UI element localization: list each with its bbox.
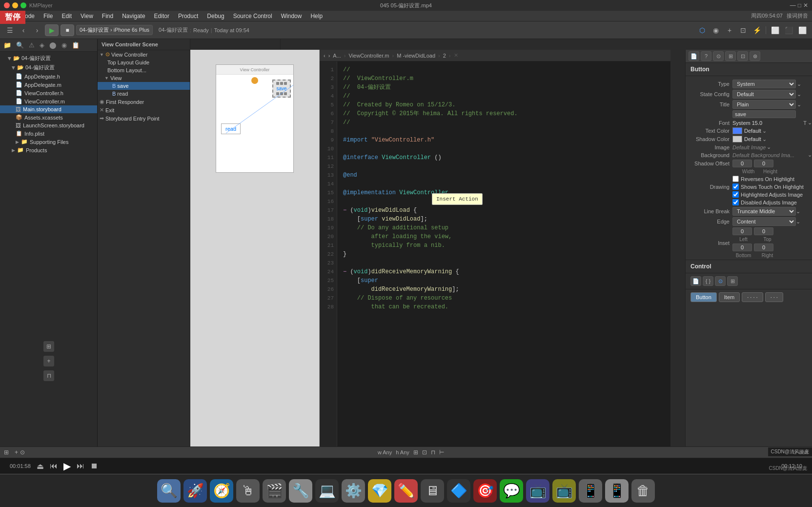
nav-search-icon[interactable]: 🔍: [14, 41, 26, 50]
edge-chevron[interactable]: ⌄: [796, 219, 800, 225]
inspector-file-tab[interactable]: 📄: [689, 51, 699, 61]
bc-fwd-icon[interactable]: ›: [328, 53, 330, 59]
menu-window[interactable]: Window: [277, 12, 306, 20]
dock-xcode[interactable]: 🖥: [421, 479, 444, 503]
library-icon[interactable]: ⊡: [737, 24, 749, 36]
item-btn[interactable]: Item: [719, 292, 740, 302]
nav-main-storyboard[interactable]: 🖼 Main.storyboard: [0, 105, 97, 113]
linebreak-chevron[interactable]: ⌄: [796, 208, 800, 215]
activity-icon[interactable]: ◉: [710, 24, 722, 36]
nav-viewcontroller-m[interactable]: 📄 ViewController.m: [0, 97, 97, 105]
scene-read-btn[interactable]: B read: [98, 90, 190, 98]
reverses-checkbox[interactable]: [732, 176, 739, 182]
dock-app8[interactable]: 📱: [605, 479, 629, 503]
scene-first-responder[interactable]: ◉ First Responder: [98, 98, 190, 106]
bc-project[interactable]: 04-偏好设置: [159, 26, 188, 34]
bottom-add-icon[interactable]: +: [15, 449, 18, 456]
menu-edit[interactable]: Edit: [58, 12, 76, 20]
inset-right-input[interactable]: [754, 243, 773, 251]
menu-help[interactable]: Help: [306, 12, 326, 20]
panel-bottom-icon[interactable]: ⬛: [783, 24, 794, 36]
menu-navigate[interactable]: Navigate: [118, 12, 149, 20]
dashed-btn-1[interactable]: · · · ·: [742, 292, 763, 302]
state-chevron[interactable]: ⌄: [797, 91, 801, 98]
next-btn[interactable]: ⏭: [77, 462, 84, 470]
panel-left-icon[interactable]: ⬜: [769, 24, 781, 36]
run-button[interactable]: ▶: [45, 24, 59, 36]
ib-save-button[interactable]: save: [272, 80, 291, 98]
ib-read-button[interactable]: read: [221, 123, 241, 134]
scene-viewcontroller[interactable]: ▼ ⊙ View Controller: [98, 50, 190, 59]
maximize-button[interactable]: [20, 2, 26, 8]
ctrl-icon-4[interactable]: ⊞: [727, 276, 738, 286]
close-icon[interactable]: ✕: [803, 2, 808, 9]
nav-launch-storyboard[interactable]: 🖼 LaunchScreen.storyboard: [0, 122, 97, 129]
add-file-icon[interactable]: +: [43, 356, 54, 366]
nav-appdelegate-h[interactable]: 📄 AppDelegate.h: [0, 72, 97, 81]
nav-report-icon[interactable]: 📋: [70, 41, 81, 50]
highlighted-checkbox[interactable]: [732, 191, 739, 198]
nav-root[interactable]: ▶ 📂 04-偏好设置: [0, 54, 97, 63]
shows-checkbox[interactable]: [732, 183, 739, 190]
bluetooth-icon[interactable]: ⚡: [751, 24, 763, 36]
back-btn[interactable]: ‹: [18, 24, 29, 36]
inset-left-input[interactable]: [732, 227, 752, 235]
nav-products[interactable]: ▶ 📁 Products: [0, 146, 97, 154]
state-select[interactable]: Default: [732, 90, 796, 99]
shadowcolor-swatch[interactable]: [732, 136, 742, 142]
dock-tools[interactable]: 🔧: [289, 479, 312, 503]
prev-btn[interactable]: ⏮: [50, 462, 58, 470]
dock-app4[interactable]: 🎯: [473, 479, 497, 503]
panel-right-icon[interactable]: ⬜: [796, 24, 808, 36]
title-select[interactable]: Plain: [732, 100, 796, 109]
inset-top-input[interactable]: [754, 227, 773, 235]
type-chevron[interactable]: ⌄: [797, 81, 801, 87]
linebreak-select[interactable]: Truncate Middle: [732, 207, 796, 216]
inspector-connections-tab[interactable]: ⊛: [750, 51, 760, 61]
filter-icon[interactable]: ⊞: [43, 341, 54, 352]
shadowcolor-chevron[interactable]: ⌄: [762, 136, 767, 142]
nav-breakpoint-icon[interactable]: ◉: [60, 41, 69, 50]
font-size-btn[interactable]: T: [803, 120, 807, 126]
bg-chevron[interactable]: ⌄: [808, 152, 812, 158]
dock-imovie[interactable]: 🎬: [263, 479, 286, 503]
bottom-icon-3[interactable]: ⊓: [431, 449, 435, 456]
menu-view[interactable]: View: [77, 12, 97, 20]
scene-save-btn[interactable]: B save: [98, 82, 190, 90]
ctrl-icon-1[interactable]: 📄: [690, 276, 701, 286]
inset-bottom-input[interactable]: [732, 243, 752, 251]
dock-app3[interactable]: 🔷: [447, 479, 470, 503]
bc-more-icon[interactable]: ›: [449, 53, 451, 59]
bottom-nav-icon[interactable]: ⊞: [4, 449, 9, 456]
nav-issues-icon[interactable]: ⚠: [27, 41, 37, 50]
type-select[interactable]: System: [732, 80, 796, 88]
scene-top-layout[interactable]: Top Layout Guide: [98, 59, 190, 66]
dock-launchpad[interactable]: 🚀: [183, 479, 207, 503]
scene-bottom-layout[interactable]: Bottom Layout...: [98, 66, 190, 74]
ctrl-icon-2[interactable]: { }: [703, 276, 713, 286]
scene-view[interactable]: ▼ View: [98, 74, 190, 82]
dock-app6[interactable]: 📺: [552, 479, 576, 503]
bottom-icon-1[interactable]: ⊞: [413, 449, 418, 456]
menu-debug[interactable]: Debug: [203, 12, 228, 20]
inspector-size-tab[interactable]: ⊡: [737, 51, 748, 61]
shadow-height-input[interactable]: 0: [754, 160, 773, 167]
dock-sketch[interactable]: 💎: [368, 479, 391, 503]
bc-close-icon[interactable]: ✕: [454, 52, 458, 59]
dock-app5[interactable]: 📺: [526, 479, 549, 503]
inspector-help-tab[interactable]: ?: [701, 51, 711, 61]
add-icon[interactable]: +: [724, 24, 735, 36]
nav-toggle-btn[interactable]: ☰: [4, 24, 16, 36]
group-icon[interactable]: ⊓: [43, 370, 54, 381]
dock-trash[interactable]: 🗑: [631, 479, 655, 503]
scene-exit[interactable]: ✕ Exit: [98, 106, 190, 114]
nav-test-icon[interactable]: ◈: [38, 41, 46, 50]
nav-info-plist[interactable]: 📋 Info.plist: [0, 129, 97, 138]
minimize-button[interactable]: [12, 2, 18, 8]
nav-debug-icon[interactable]: ⬤: [47, 41, 59, 50]
nav-subgroup[interactable]: ▶ 📂 04-偏好设置: [0, 63, 97, 72]
bc-back-icon[interactable]: ‹: [324, 53, 325, 59]
button-btn[interactable]: Button: [690, 292, 717, 302]
disabled-checkbox[interactable]: [732, 199, 739, 205]
dock-facetime[interactable]: 💬: [500, 479, 523, 503]
